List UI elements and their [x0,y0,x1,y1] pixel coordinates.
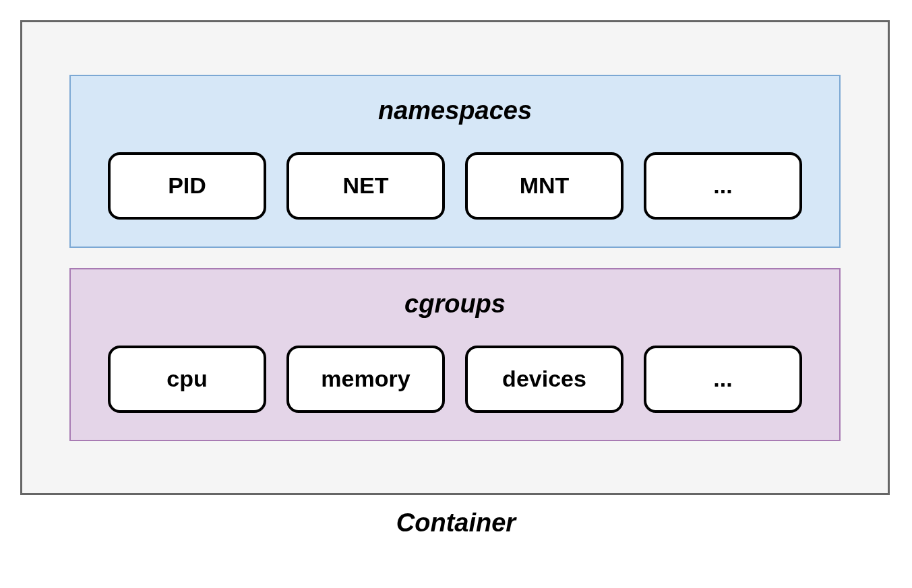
namespaces-title: namespaces [108,96,802,125]
cgroups-section: cgroups cpu memory devices ... [69,268,841,441]
cgroup-item-devices: devices [465,346,624,413]
namespaces-items-row: PID NET MNT ... [108,152,802,220]
cgroup-item-memory: memory [286,346,445,413]
container-box: namespaces PID NET MNT ... cgroups cpu m… [20,20,890,495]
namespace-item-net: NET [286,152,445,220]
cgroup-item-more: ... [644,346,802,413]
namespace-item-more: ... [644,152,802,220]
namespace-item-pid: PID [108,152,266,220]
cgroup-item-cpu: cpu [108,346,266,413]
cgroups-title: cgroups [108,290,802,319]
cgroups-items-row: cpu memory devices ... [108,346,802,413]
namespace-item-mnt: MNT [465,152,624,220]
namespaces-section: namespaces PID NET MNT ... [69,75,841,248]
container-caption: Container [20,509,892,537]
